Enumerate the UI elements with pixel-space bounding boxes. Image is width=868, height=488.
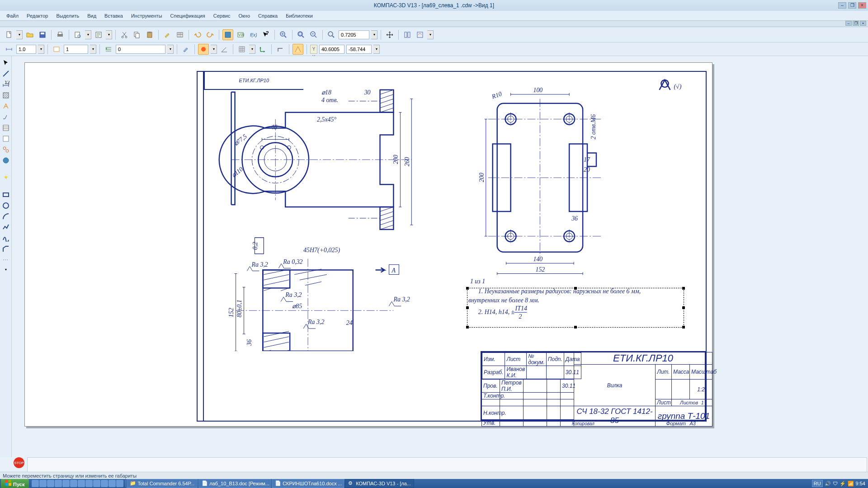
save-button[interactable] xyxy=(37,29,48,40)
edit-style-button[interactable] xyxy=(180,44,191,55)
zoom-fit-button[interactable] xyxy=(326,29,337,40)
ql-10[interactable] xyxy=(101,480,108,487)
zoom-window-button[interactable] xyxy=(296,29,307,40)
mdi-restore[interactable]: ❐ xyxy=(853,21,859,26)
round-button[interactable] xyxy=(292,44,303,55)
undo-button[interactable] xyxy=(192,29,203,40)
manager-button[interactable] xyxy=(222,29,233,40)
dimension-tool[interactable]: 12 xyxy=(1,80,11,89)
taskbar-item[interactable]: 📁Total Commander 6.54Р... xyxy=(127,479,198,488)
style-icon[interactable] xyxy=(103,44,114,55)
menu-file[interactable]: Файл xyxy=(4,12,21,19)
spline-tool[interactable] xyxy=(1,233,11,243)
canvas-area[interactable]: ЕТИ.КГ.ЛР10 xyxy=(12,56,868,457)
mdi-close[interactable]: × xyxy=(860,21,866,26)
zoom-dynamic-button[interactable] xyxy=(308,29,319,40)
clock[interactable]: 9:54 xyxy=(856,481,865,486)
taskbar-item[interactable]: 📄СКРИНШОТла610.docx ... xyxy=(272,479,344,488)
associate-tool[interactable] xyxy=(1,145,11,155)
ql-11[interactable] xyxy=(108,480,116,487)
lang-indicator[interactable]: RU xyxy=(812,480,823,487)
cut-button[interactable] xyxy=(119,29,130,40)
ql-9[interactable] xyxy=(93,480,100,487)
angle-snap-button[interactable] xyxy=(219,44,230,55)
taskbar-item[interactable]: ⚙КОМПАС-3D V13 - [ла... xyxy=(345,479,414,488)
snap-mode-button[interactable] xyxy=(198,44,209,55)
redo-button[interactable] xyxy=(205,29,216,40)
line-weight-input[interactable] xyxy=(16,45,36,54)
ql-5[interactable] xyxy=(62,480,70,487)
menu-service[interactable]: Сервис xyxy=(211,12,233,19)
print-button[interactable] xyxy=(55,29,66,40)
text-tool[interactable] xyxy=(1,101,11,111)
menu-edit[interactable]: Редактор xyxy=(24,12,51,19)
ql-8[interactable] xyxy=(85,480,93,487)
select-tool[interactable] xyxy=(1,58,11,68)
style-number-input[interactable] xyxy=(116,45,165,54)
new-doc-dropdown[interactable]: ▾ xyxy=(16,30,23,39)
maximize-button[interactable]: ❐ xyxy=(848,2,856,9)
menu-tools[interactable]: Инструменты xyxy=(128,12,165,19)
title-block[interactable]: Изм.Лист№ докум.Подп.Дата Разраб.Иванов … xyxy=(481,351,706,421)
table-tool[interactable] xyxy=(1,134,11,144)
start-button[interactable]: Пуск xyxy=(1,479,29,488)
help-cursor-button[interactable]: ? xyxy=(260,29,271,40)
fx-button[interactable]: f(x) xyxy=(248,29,259,40)
ql-3[interactable] xyxy=(47,480,54,487)
layer-dropdown[interactable]: ▾ xyxy=(90,45,96,54)
circle-tool[interactable] xyxy=(1,201,11,211)
drawing-sheet[interactable]: ЕТИ.КГ.ЛР10 xyxy=(24,62,712,427)
minimize-button[interactable]: – xyxy=(838,2,846,9)
format-painter-button[interactable] xyxy=(162,29,173,40)
tray-icon[interactable]: 🛡 xyxy=(833,481,838,486)
ql-6[interactable] xyxy=(70,480,77,487)
point-tool[interactable] xyxy=(1,173,11,183)
surface-tool[interactable] xyxy=(1,112,11,122)
selection-box[interactable] xyxy=(467,288,684,328)
menu-select[interactable]: Выделить xyxy=(53,12,82,19)
menu-view[interactable]: Вид xyxy=(85,12,99,19)
menu-spec[interactable]: Спецификация xyxy=(168,12,208,19)
variables-button[interactable]: var xyxy=(235,29,246,40)
paste-button[interactable] xyxy=(144,29,155,40)
dimension-mode-icon[interactable] xyxy=(4,44,14,55)
preview-button[interactable] xyxy=(72,29,83,40)
new-doc-button[interactable] xyxy=(4,29,14,40)
stop-button[interactable]: STOP xyxy=(14,457,24,468)
zoom-value-input[interactable] xyxy=(339,30,369,39)
toolbar-overflow[interactable]: ▾ xyxy=(427,30,434,39)
pan-button[interactable] xyxy=(384,29,395,40)
menu-insert[interactable]: Вставка xyxy=(102,12,126,19)
polyline-tool[interactable] xyxy=(1,222,11,232)
open-button[interactable] xyxy=(24,29,35,40)
style-dropdown[interactable]: ▾ xyxy=(167,45,174,54)
mdi-minimize[interactable]: – xyxy=(845,21,852,26)
ql-12[interactable] xyxy=(116,480,123,487)
close-button[interactable]: × xyxy=(858,2,866,9)
ql-1[interactable] xyxy=(32,480,39,487)
zoom-in-button[interactable] xyxy=(278,29,289,40)
coord-y-input[interactable] xyxy=(346,45,372,54)
zoom-dropdown[interactable]: ▾ xyxy=(371,30,377,39)
ql-2[interactable] xyxy=(39,480,47,487)
ortho-button[interactable] xyxy=(275,44,286,55)
preview-dropdown[interactable]: ▾ xyxy=(85,30,91,39)
menu-libs[interactable]: Библиотеки xyxy=(283,12,316,19)
coord-x-input[interactable] xyxy=(319,45,344,54)
coord-sys-button[interactable] xyxy=(257,44,268,55)
line-weight-dropdown[interactable]: ▾ xyxy=(38,45,44,54)
taskbar-item[interactable]: 📄лаб_10_В13.doc [Режим... xyxy=(198,479,271,488)
hatch-tool[interactable] xyxy=(1,90,11,100)
layer-icon[interactable] xyxy=(51,44,62,55)
tray-icon[interactable]: ⚡ xyxy=(840,481,846,487)
properties-button[interactable] xyxy=(93,29,104,40)
spec-tool[interactable] xyxy=(1,123,11,133)
layer-number-input[interactable] xyxy=(64,45,88,54)
line-tool[interactable] xyxy=(1,69,11,79)
properties-dropdown[interactable]: ▾ xyxy=(106,30,112,39)
ql-7[interactable] xyxy=(78,480,85,487)
grid-dropdown[interactable]: ▾ xyxy=(249,45,255,54)
menu-help[interactable]: Справка xyxy=(255,12,280,19)
refresh-button[interactable] xyxy=(415,29,425,40)
arc-tool[interactable] xyxy=(1,211,11,221)
